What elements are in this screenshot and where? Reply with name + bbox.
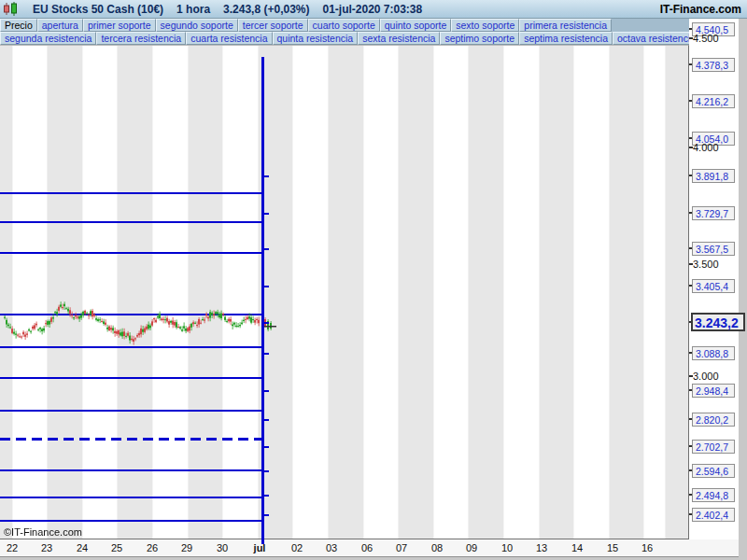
instrument-name: EU Stocks 50 Cash (10€) [33, 3, 163, 16]
price-level-label: 3.729,7 [692, 206, 735, 220]
time-axis-label: jul [254, 542, 266, 553]
price-level-label: 2.494,8 [692, 488, 735, 502]
price-level-label: 2.702,7 [692, 440, 735, 454]
time-axis-label: 26 [147, 542, 158, 553]
time-axis-label: 10 [501, 542, 513, 553]
price-level-label: 2.948,4 [692, 384, 735, 398]
price-level-label: 2.402,4 [692, 508, 735, 522]
toolbar-button-tercera-resistencia[interactable]: tercera resistencia [96, 32, 186, 45]
toolbar-button-segundo-soporte[interactable]: segundo soporte [156, 19, 238, 32]
toolbar-button-cuarta-resistencia[interactable]: cuarta resistencia [186, 32, 272, 45]
price-axis-label: 3.000 [693, 370, 719, 383]
timeframe-label: 1 hora [176, 3, 210, 16]
time-axis-label: 06 [361, 542, 373, 553]
time-axis-label: 24 [77, 542, 88, 553]
toolbar-button-tercer-soporte[interactable]: tercer soporte [238, 19, 308, 32]
price-level-label: 3.567,5 [692, 242, 735, 256]
toolbar-button-cuarto-soporte[interactable]: cuarto soporte [308, 19, 380, 32]
price-level-label: 2.594,6 [692, 464, 735, 478]
price-axis-label: 3.500 [693, 258, 719, 271]
time-axis-label: 25 [111, 542, 122, 553]
time-axis-label: 22 [7, 542, 18, 553]
price-axis[interactable]: 4.540,54.5004.378,34.216,24.054,04.0003.… [689, 19, 739, 539]
copyright-watermark: ©IT-Finance.com [4, 526, 82, 538]
time-axis-label: 29 [181, 542, 192, 553]
price-level-label: 2.820,2 [692, 413, 735, 427]
toolbar-button-septima-resistencia[interactable]: septima resistencia [519, 32, 613, 45]
price-level-label: 3.088,8 [692, 346, 735, 360]
price-axis-label: 4.500 [693, 32, 719, 45]
candlestick-icon [3, 2, 20, 16]
price-level-label: 3.891,8 [692, 169, 735, 183]
toolbar-button-sexta-resistencia[interactable]: sexta resistencia [358, 32, 440, 45]
toolbar-button-sexto-soporte[interactable]: sexto soporte [451, 19, 519, 32]
time-axis-label: 02 [291, 542, 303, 553]
toolbar-button-primer-soporte[interactable]: primer soporte [83, 19, 156, 32]
time-line-price-tick [263, 390, 269, 392]
time-line-price-tick [263, 470, 269, 472]
time-line-price-tick [263, 286, 269, 287]
price-axis-label: 4.000 [693, 141, 719, 154]
price-level-label: 4.216,2 [692, 94, 735, 108]
time-line-price-tick [263, 514, 269, 516]
price-chart-canvas[interactable] [0, 46, 689, 540]
toolbar-button-quinta-resistencia[interactable]: quinta resistencia [273, 32, 359, 45]
time-axis-label: 16 [641, 542, 653, 553]
time-axis[interactable]: 22232425262930jul0203060708091013141516 [0, 539, 739, 557]
toolbar-row-1: Precioaperturaprimer soportesegundo sopo… [0, 19, 689, 32]
time-axis-label: 13 [536, 542, 547, 553]
time-axis-label: 07 [396, 542, 407, 553]
time-line-price-tick [263, 353, 269, 355]
time-axis-label: 23 [41, 542, 52, 553]
time-axis-label: 14 [571, 542, 583, 553]
toolbar-button-quinto-soporte[interactable]: quinto soporte [380, 19, 452, 32]
toolbar-row-2: segunda resistenciatercera resistenciacu… [0, 32, 689, 45]
time-line-price-tick [263, 213, 269, 215]
time-line-price-tick [263, 322, 269, 324]
price-level-label: 3.405,4 [692, 279, 735, 293]
current-price-label: 3.243,2 [691, 313, 745, 331]
time-axis-label: 08 [431, 542, 443, 553]
last-price-change: 3.243,8 (+0,03%) [223, 3, 309, 16]
time-axis-label: 15 [607, 542, 618, 553]
title-bar: EU Stocks 50 Cash (10€) 1 hora 3.243,8 (… [0, 0, 747, 19]
time-axis-label: 03 [326, 542, 337, 553]
brand-label: IT-Finance.com [660, 3, 741, 16]
time-line-price-tick [263, 419, 269, 421]
chart-window: EU Stocks 50 Cash (10€) 1 hora 3.243,8 (… [0, 0, 747, 560]
price-level-label: 4.378,3 [692, 58, 735, 72]
time-axis-label: 09 [466, 542, 477, 553]
time-line-price-tick [263, 175, 269, 177]
time-line-price-tick [263, 446, 269, 448]
toolbar-button-primera-resistencia[interactable]: primera resistencia [519, 19, 612, 32]
current-time-line [261, 57, 264, 540]
time-axis-label: 30 [217, 542, 228, 553]
toolbar-button-octava-resistencia[interactable]: octava resistencia [613, 32, 689, 45]
datetime-label: 01-jul-2020 7:03:38 [322, 3, 422, 16]
toolbar-button-precio[interactable]: Precio [0, 19, 37, 32]
toolbar-button-apertura[interactable]: apertura [37, 19, 83, 32]
toolbar-button-segunda-resistencia[interactable]: segunda resistencia [0, 32, 96, 45]
plot-area[interactable]: ©IT-Finance.com [0, 45, 689, 539]
time-line-price-tick [263, 495, 269, 497]
indicator-toolbar: Precioaperturaprimer soportesegundo sopo… [0, 19, 689, 45]
toolbar-button-septimo-soporte[interactable]: septimo soporte [440, 32, 519, 45]
time-line-price-tick [263, 248, 269, 250]
